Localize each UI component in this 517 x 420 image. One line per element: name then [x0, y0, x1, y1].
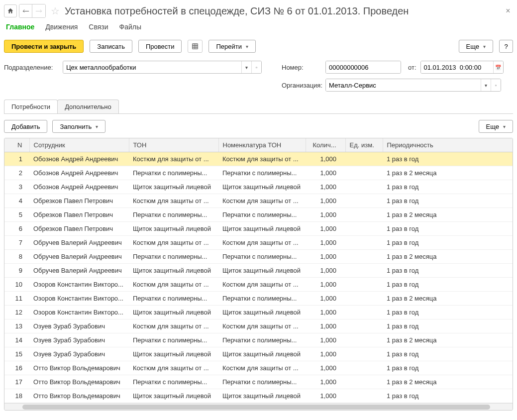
- cell-unit: [345, 208, 383, 222]
- th-employee[interactable]: Сотрудник: [29, 138, 129, 152]
- calculator-icon: [192, 43, 199, 50]
- cell-employee: Озоров Константин Викторо...: [29, 278, 129, 292]
- table-row[interactable]: 2Обознов Андрей АндреевичПерчатки с поли…: [4, 166, 513, 180]
- table-row[interactable]: 11Озоров Константин Викторо...Перчатки с…: [4, 292, 513, 306]
- cell-employee: Обручев Валерий Андреевич: [29, 250, 129, 264]
- table-row[interactable]: 5Обрезков Павел ПетровичПерчатки с полим…: [4, 208, 513, 222]
- cell-unit: [345, 264, 383, 278]
- cell-ton: Костюм для защиты от ...: [129, 152, 218, 166]
- close-button[interactable]: ×: [503, 6, 513, 15]
- forward-button[interactable]: 🡒: [32, 4, 45, 17]
- table-row[interactable]: 16Отто Виктор ВольдемаровичКостюм для за…: [4, 361, 513, 375]
- more-button[interactable]: Еще: [459, 40, 493, 53]
- cell-employee: Обручев Валерий Андреевич: [29, 236, 129, 250]
- number-label: Номер:: [282, 64, 321, 71]
- home-icon: [7, 7, 14, 14]
- org-input[interactable]: [326, 79, 481, 91]
- cell-nomenclature: Костюм для защиты от ...: [218, 361, 306, 375]
- cell-periodicity: 1 раз в год: [383, 306, 513, 319]
- org-open-button[interactable]: ▫: [491, 79, 501, 91]
- table-row[interactable]: 15Озуев Зураб ЗурабовичЩиток защитный ли…: [4, 347, 513, 361]
- table-row[interactable]: 4Обрезков Павел ПетровичКостюм для защит…: [4, 194, 513, 208]
- subdivision-open-button[interactable]: ▫: [251, 61, 261, 73]
- date-field[interactable]: 📅: [420, 61, 504, 74]
- table-row[interactable]: 18Отто Виктор ВольдемаровичЩиток защитны…: [4, 389, 513, 403]
- cell-nomenclature: Щиток защитный лицевой: [218, 180, 306, 194]
- cell-unit: [345, 194, 383, 208]
- save-button[interactable]: Записать: [90, 40, 132, 53]
- cell-unit: [345, 361, 383, 375]
- th-periodicity[interactable]: Периодичность: [383, 138, 513, 152]
- subdivision-field[interactable]: ▾ ▫: [63, 61, 262, 74]
- th-nomenclature[interactable]: Номенклатура ТОН: [218, 138, 306, 152]
- favorite-star-icon[interactable]: ☆: [51, 5, 60, 17]
- cell-employee: Обрезков Павел Петрович: [29, 222, 129, 236]
- open-icon: ▫: [495, 83, 497, 88]
- table-row[interactable]: 12Озоров Константин Викторо...Щиток защи…: [4, 306, 513, 319]
- table-row[interactable]: 7Обручев Валерий АндреевичКостюм для защ…: [4, 236, 513, 250]
- cell-nomenclature: Перчатки с полимерны...: [218, 333, 306, 347]
- help-button[interactable]: ?: [499, 40, 513, 53]
- back-button[interactable]: 🡐: [19, 4, 32, 17]
- arrow-right-icon: 🡒: [35, 7, 42, 15]
- fill-button[interactable]: Заполнить: [52, 120, 105, 133]
- subdivision-input[interactable]: [63, 61, 241, 73]
- cell-unit: [345, 333, 383, 347]
- cell-n: 6: [4, 222, 29, 236]
- table-row[interactable]: 14Озуев Зураб ЗурабовичПерчатки с полиме…: [4, 333, 513, 347]
- tab-main[interactable]: Главное: [6, 23, 34, 31]
- number-field[interactable]: [325, 61, 401, 74]
- cell-periodicity: 1 раз в год: [383, 347, 513, 361]
- cell-periodicity: 1 раз в год: [383, 194, 513, 208]
- tab-links[interactable]: Связи: [89, 23, 108, 31]
- table-row[interactable]: 6Обрезков Павел ПетровичЩиток защитный л…: [4, 222, 513, 236]
- calculator-button[interactable]: [188, 40, 203, 53]
- table-row[interactable]: 10Озоров Константин Викторо...Костюм для…: [4, 278, 513, 292]
- scrollbar-thumb[interactable]: [22, 405, 490, 410]
- cell-ton: Костюм для защиты от ...: [129, 361, 218, 375]
- tab-files[interactable]: Файлы: [119, 23, 141, 31]
- cell-n: 11: [4, 292, 29, 306]
- calendar-icon: 📅: [495, 65, 501, 70]
- tab-movements[interactable]: Движения: [45, 23, 78, 31]
- goto-button[interactable]: Перейти: [208, 40, 256, 53]
- number-input[interactable]: [326, 61, 401, 73]
- cell-qty: 1,000: [306, 180, 345, 194]
- post-button[interactable]: Провести: [138, 40, 182, 53]
- th-unit[interactable]: Ед. изм.: [345, 138, 383, 152]
- cell-employee: Озуев Зураб Зурабович: [29, 333, 129, 347]
- cell-n: 14: [4, 333, 29, 347]
- table-row[interactable]: 1Обознов Андрей АндреевичКостюм для защи…: [4, 152, 513, 166]
- cell-unit: [345, 152, 383, 166]
- tab-additional[interactable]: Дополнительно: [57, 100, 119, 113]
- cell-employee: Обрезков Павел Петрович: [29, 208, 129, 222]
- cell-nomenclature: Костюм для защиты от ...: [218, 236, 306, 250]
- org-dropdown-button[interactable]: ▾: [481, 79, 491, 91]
- org-field[interactable]: ▾ ▫: [325, 79, 501, 92]
- tab-needs[interactable]: Потребности: [4, 100, 58, 113]
- cell-unit: [345, 389, 383, 403]
- table-more-button[interactable]: Еще: [479, 120, 513, 133]
- cell-ton: Костюм для защиты от ...: [129, 278, 218, 292]
- add-button[interactable]: Добавить: [4, 120, 47, 133]
- horizontal-scrollbar[interactable]: [4, 403, 513, 410]
- table-row[interactable]: 3Обознов Андрей АндреевичЩиток защитный …: [4, 180, 513, 194]
- table-row[interactable]: 9Обручев Валерий АндреевичЩиток защитный…: [4, 264, 513, 278]
- cell-periodicity: 1 раз в год: [383, 152, 513, 166]
- cell-qty: 1,000: [306, 208, 345, 222]
- post-and-close-button[interactable]: Провести и закрыть: [4, 40, 84, 53]
- th-ton[interactable]: ТОН: [129, 138, 218, 152]
- cell-ton: Щиток защитный лицевой: [129, 389, 218, 403]
- th-n[interactable]: N: [4, 138, 29, 152]
- table-row[interactable]: 17Отто Виктор ВольдемаровичПерчатки с по…: [4, 375, 513, 389]
- cell-qty: 1,000: [306, 361, 345, 375]
- th-qty[interactable]: Колич...: [306, 138, 345, 152]
- home-button[interactable]: [4, 4, 17, 17]
- table-row[interactable]: 13Озуев Зураб ЗурабовичКостюм для защиты…: [4, 319, 513, 333]
- table-row[interactable]: 8Обручев Валерий АндреевичПерчатки с пол…: [4, 250, 513, 264]
- date-input[interactable]: [421, 61, 493, 73]
- cell-nomenclature: Перчатки с полимерны...: [218, 208, 306, 222]
- cell-qty: 1,000: [306, 166, 345, 180]
- date-picker-button[interactable]: 📅: [493, 61, 503, 73]
- subdivision-dropdown-button[interactable]: ▾: [241, 61, 251, 73]
